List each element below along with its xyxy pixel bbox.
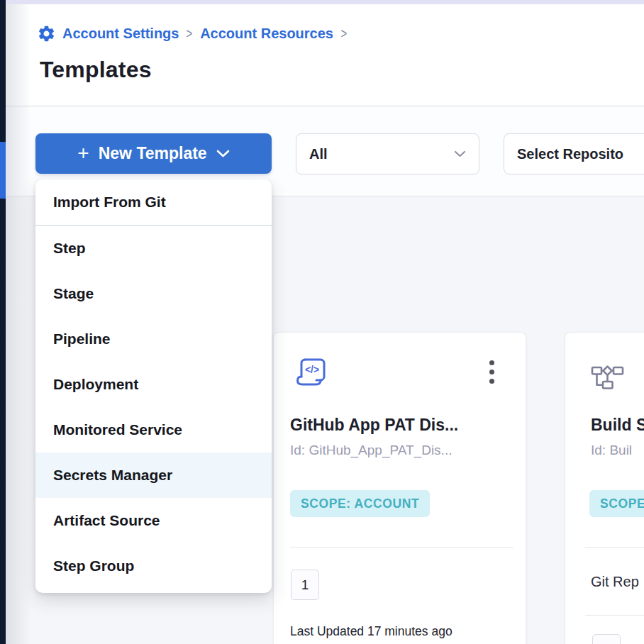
template-id: Id: GitHub_App_PAT_Dis... <box>290 443 452 458</box>
menu-item-artifact-source[interactable]: Artifact Source <box>35 498 272 543</box>
template-title: GitHub App PAT Dis... <box>290 416 458 435</box>
repository-filter-value: Select Reposito <box>517 146 623 162</box>
git-repo-label: Git Rep <box>591 574 639 590</box>
plus-icon: + <box>77 143 89 163</box>
breadcrumb-account-settings[interactable]: Account Settings <box>62 26 179 42</box>
menu-item-pipeline[interactable]: Pipeline <box>35 316 272 362</box>
chevron-down-icon <box>454 150 466 157</box>
breadcrumb: Account Settings > Account Resources > <box>37 24 348 43</box>
chevron-down-icon <box>216 150 230 157</box>
new-template-menu: Import From Git Step Stage Pipeline Depl… <box>35 179 272 593</box>
page-header: Account Settings > Account Resources > T… <box>6 0 644 106</box>
page-title: Templates <box>40 57 152 83</box>
flowchart-icon <box>591 362 625 394</box>
menu-item-import-from-git[interactable]: Import From Git <box>35 179 272 225</box>
menu-item-step[interactable]: Step <box>35 226 272 271</box>
template-card-github-app-pat[interactable]: </> GitHub App PAT Dis... Id: GitHub_App… <box>273 332 526 644</box>
new-template-button[interactable]: + New Template <box>35 133 272 174</box>
menu-item-step-group[interactable]: Step Group <box>35 543 272 589</box>
card-divider <box>585 615 644 616</box>
version-chip: 1 <box>291 570 319 600</box>
scope-badge: SCOPE <box>589 490 644 517</box>
template-type-value: All <box>309 146 328 162</box>
last-updated-text: Last Updated 17 minutes ago <box>290 624 453 639</box>
templates-page: Account Settings > Account Resources > T… <box>0 0 644 644</box>
template-type-filter[interactable]: All <box>296 133 479 174</box>
breadcrumb-separator: > <box>187 26 193 42</box>
gear-icon[interactable] <box>37 24 56 43</box>
menu-item-monitored-service[interactable]: Monitored Service <box>35 407 272 453</box>
menu-item-secrets-manager[interactable]: Secrets Manager <box>35 453 272 498</box>
template-card-build-stage[interactable]: Build S Id: Buil SCOPE Git Rep <box>565 332 644 644</box>
template-id: Id: Buil <box>591 443 632 458</box>
svg-text:</>: </> <box>305 364 319 375</box>
card-menu-icon[interactable] <box>488 359 496 385</box>
code-scroll-icon: </> <box>296 356 328 394</box>
version-chip <box>592 634 621 644</box>
sidebar-active-indicator <box>0 142 6 199</box>
breadcrumb-separator: > <box>340 26 347 42</box>
new-template-label: New Template <box>99 144 207 163</box>
repository-filter[interactable]: Select Reposito <box>504 133 644 174</box>
breadcrumb-account-resources[interactable]: Account Resources <box>200 26 333 42</box>
top-accent-bar <box>6 0 644 4</box>
card-divider <box>585 547 644 548</box>
scope-badge: SCOPE: ACCOUNT <box>290 490 430 517</box>
menu-item-stage[interactable]: Stage <box>35 271 272 316</box>
menu-item-deployment[interactable]: Deployment <box>35 362 272 407</box>
card-divider <box>290 547 513 548</box>
collapsed-sidebar-strip <box>0 0 6 644</box>
template-title: Build S <box>591 416 644 435</box>
